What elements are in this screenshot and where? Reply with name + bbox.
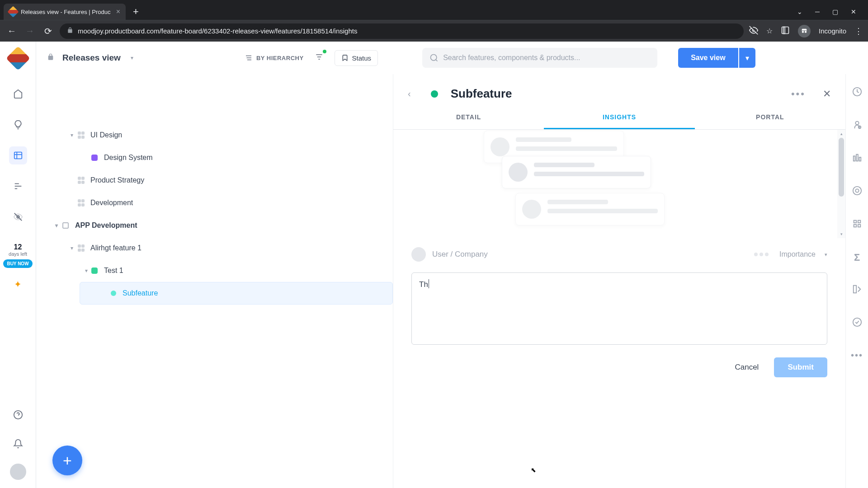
detail-title[interactable]: Subfeature	[451, 87, 512, 101]
view-name[interactable]: Releases view	[62, 53, 121, 63]
objectives-icon[interactable]	[852, 153, 862, 165]
tree-item-ui-design[interactable]: ▾ UI Design	[36, 124, 393, 146]
view-lock-icon	[47, 53, 54, 62]
browser-tab[interactable]: Releases view - Features | Produc ×	[4, 4, 126, 20]
svg-rect-33	[854, 225, 856, 227]
svg-rect-35	[853, 286, 856, 293]
placeholder-card	[515, 193, 665, 225]
mouse-cursor-icon: ⬉	[531, 466, 536, 474]
tree-label: UI Design	[90, 131, 122, 139]
svg-line-21	[436, 60, 438, 61]
user-avatar[interactable]	[10, 464, 26, 480]
chevron-down-icon[interactable]: ▾	[67, 132, 77, 138]
address-bar: ← → ⟳ moodjoy.productboard.com/feature-b…	[0, 20, 868, 42]
portal-icon[interactable]	[9, 208, 27, 226]
scroll-thumb[interactable]	[839, 138, 844, 197]
tree-item-alirhgt[interactable]: ▾ Alirhgt feature 1	[36, 237, 393, 259]
tree-item-subfeature[interactable]: Subfeature	[80, 282, 393, 305]
chevron-down-icon[interactable]: ▾	[67, 245, 77, 251]
svg-rect-32	[858, 221, 860, 223]
back-icon[interactable]: ‹	[408, 89, 411, 99]
tree-item-test1[interactable]: ▾ Test 1	[36, 259, 393, 282]
more-actions-icon[interactable]: •••	[791, 88, 806, 100]
cancel-button[interactable]: Cancel	[726, 357, 767, 377]
history-icon[interactable]	[852, 87, 862, 99]
address-bar-icons: ☆ Incognito ⋮	[749, 25, 863, 38]
window-controls: ⌄ ─ ▢ ✕	[797, 8, 864, 15]
sigma-icon[interactable]: Σ	[854, 252, 860, 263]
star-icon[interactable]: ☆	[766, 27, 773, 35]
importance-dropdown[interactable]: Importance	[779, 250, 816, 258]
more-tools-icon[interactable]: •••	[851, 350, 863, 361]
tabs-dropdown-icon[interactable]: ⌄	[797, 8, 802, 15]
minimize-icon[interactable]: ─	[815, 8, 820, 15]
scroll-up-icon[interactable]: ▴	[840, 131, 843, 136]
tree-item-design-system[interactable]: Design System	[36, 146, 393, 169]
tree-label: Alirhgt feature 1	[90, 244, 142, 252]
url-field[interactable]: moodjoy.productboard.com/feature-board/6…	[60, 23, 744, 39]
component-icon	[77, 131, 85, 139]
note-text: Th	[419, 280, 428, 289]
user-impact-icon[interactable]	[852, 120, 862, 132]
scrollbar[interactable]: ▴ ▾	[837, 130, 845, 238]
insight-note-input[interactable]: Th	[411, 272, 827, 345]
roadmap-icon[interactable]	[9, 177, 27, 195]
left-rail: 12 days left BUY NOW ✦	[0, 42, 36, 488]
save-view-dropdown[interactable]: ▾	[739, 48, 755, 68]
extension-icon[interactable]	[781, 26, 790, 37]
eye-off-icon[interactable]	[749, 26, 758, 37]
sparkle-icon[interactable]: ✦	[14, 279, 22, 290]
tree-item-product-strategy[interactable]: Product Strategy	[36, 169, 393, 192]
tree-item-development[interactable]: Development	[36, 192, 393, 214]
filter-button[interactable]	[312, 50, 326, 66]
maximize-icon[interactable]: ▢	[832, 8, 838, 15]
user-company-field[interactable]: User / Company	[432, 250, 488, 259]
svg-rect-27	[856, 155, 858, 161]
status-dot-icon	[431, 90, 438, 98]
tree-label: Subfeature	[123, 289, 158, 297]
new-tab-button[interactable]: +	[128, 6, 143, 18]
chevron-down-icon[interactable]: ▾	[81, 267, 91, 274]
close-window-icon[interactable]: ✕	[851, 8, 856, 15]
feature-tree: ▾ UI Design Design System Product Strate…	[36, 74, 393, 488]
user-avatar-placeholder[interactable]	[411, 247, 426, 262]
tab-portal[interactable]: PORTAL	[695, 106, 845, 129]
forward-button[interactable]: →	[24, 25, 36, 38]
features-icon[interactable]	[9, 146, 27, 164]
chevron-down-icon[interactable]: ▾	[825, 252, 827, 258]
svg-rect-28	[859, 157, 861, 161]
svg-point-36	[853, 318, 861, 326]
insights-icon[interactable]	[9, 116, 27, 134]
close-panel-icon[interactable]: ✕	[823, 88, 831, 100]
add-feature-button[interactable]: +	[52, 446, 82, 475]
status-filter-button[interactable]: Status	[335, 50, 378, 66]
form-meta-row: User / Company Importance ▾	[411, 247, 827, 262]
submit-button[interactable]: Submit	[774, 357, 827, 377]
trial-days-label: days left	[3, 251, 32, 257]
app-logo-icon[interactable]	[6, 46, 30, 70]
target-icon[interactable]	[852, 186, 862, 198]
back-button[interactable]: ←	[5, 25, 18, 38]
search-input[interactable]: Search features, components & products..…	[422, 48, 657, 68]
tab-detail[interactable]: DETAIL	[393, 106, 544, 129]
by-hierarchy-button[interactable]: BY HIERARCHY	[245, 54, 304, 62]
tree-item-app-development[interactable]: ▾ APP Development	[36, 214, 393, 237]
save-view-button[interactable]: Save view	[678, 48, 738, 68]
browser-menu-icon[interactable]: ⋮	[854, 26, 863, 36]
buy-now-button[interactable]: BUY NOW	[3, 259, 32, 268]
incognito-avatar-icon[interactable]	[798, 25, 811, 38]
home-icon[interactable]	[9, 85, 27, 103]
health-icon[interactable]	[852, 317, 862, 329]
notifications-icon[interactable]	[9, 435, 27, 453]
view-dropdown-icon[interactable]: ▾	[131, 55, 133, 61]
chevron-down-icon[interactable]: ▾	[52, 222, 61, 229]
reload-button[interactable]: ⟳	[42, 25, 54, 38]
drivers-icon[interactable]	[852, 219, 862, 231]
close-tab-icon[interactable]: ×	[116, 8, 120, 16]
releases-icon[interactable]	[852, 284, 862, 296]
svg-point-29	[853, 187, 861, 195]
scroll-down-icon[interactable]: ▾	[840, 232, 843, 236]
svg-point-20	[431, 55, 437, 61]
tab-insights[interactable]: INSIGHTS	[544, 106, 694, 129]
help-icon[interactable]	[9, 406, 27, 424]
